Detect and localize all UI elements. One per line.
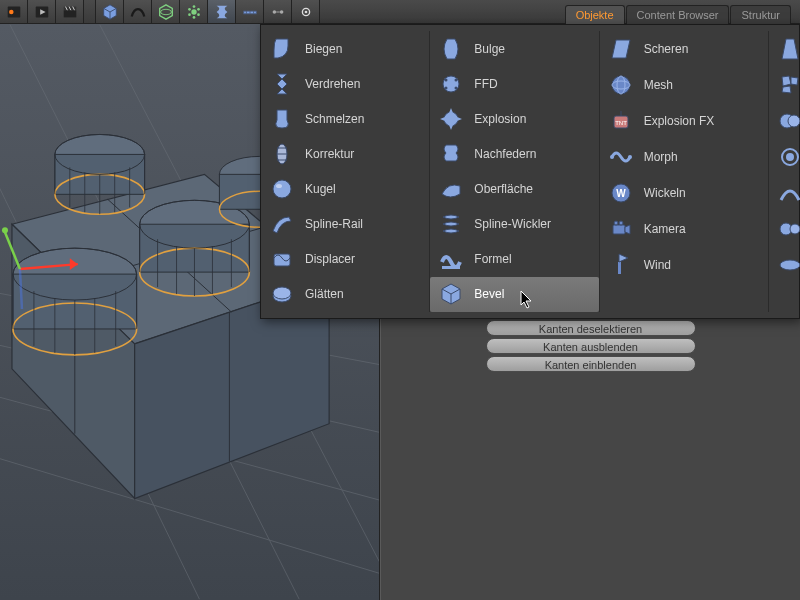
label: Verdrehen	[305, 77, 360, 91]
tab-objekte[interactable]: Objekte	[565, 5, 625, 24]
svg-point-97	[445, 86, 448, 89]
bulge-icon	[438, 36, 464, 62]
taper-icon	[777, 36, 800, 62]
svg-marker-102	[449, 125, 453, 130]
deformer-wickeln[interactable]: WWickeln	[600, 175, 768, 211]
svg-marker-101	[457, 117, 462, 121]
svg-marker-122	[619, 254, 628, 262]
deformer-extra-5[interactable]	[769, 175, 799, 211]
deformer-biegen[interactable]: Biegen	[261, 31, 429, 66]
deformer-extra-1[interactable]	[769, 31, 799, 67]
deformer-nachfedern[interactable]: Nachfedern	[430, 136, 598, 171]
deformer-glaetten[interactable]: Glätten	[261, 277, 429, 312]
jiggle-icon	[438, 141, 464, 167]
shear-icon	[608, 36, 634, 62]
collision-icon	[777, 216, 800, 242]
btn-kanten-deselektieren[interactable]: Kanten deselektieren	[486, 320, 696, 336]
icon-nurbs[interactable]	[152, 0, 180, 23]
icon-clapper[interactable]	[56, 0, 84, 23]
deformer-wind[interactable]: Wind	[600, 247, 768, 283]
smooth-icon	[269, 281, 295, 307]
deformer-extra-4[interactable]	[769, 139, 799, 175]
svg-point-25	[272, 10, 276, 14]
svg-point-19	[188, 7, 191, 10]
tab-content-browser[interactable]: Content Browser	[626, 5, 730, 24]
shrinkwrap-icon	[777, 144, 800, 170]
deformer-morph[interactable]: Morph	[600, 139, 768, 175]
label: Displacer	[305, 252, 355, 266]
icon-light[interactable]	[292, 0, 320, 23]
deformer-mesh[interactable]: Mesh	[600, 67, 768, 103]
deformer-extra-7[interactable]	[769, 247, 799, 283]
icon-array[interactable]	[180, 0, 208, 23]
svg-marker-124	[782, 76, 791, 86]
svg-point-13	[191, 9, 196, 14]
svg-point-98	[455, 86, 458, 89]
icon-floor[interactable]	[236, 0, 264, 23]
squash-icon	[777, 252, 800, 278]
deformer-extra-2[interactable]	[769, 67, 799, 103]
btn-kanten-einblenden[interactable]: Kanten einblenden	[486, 356, 696, 372]
svg-rect-121	[618, 262, 621, 274]
deformer-kamera[interactable]: Kamera	[600, 211, 768, 247]
deformer-oberflaeche[interactable]: Oberfläche	[430, 172, 598, 207]
svg-marker-126	[782, 86, 791, 93]
icon-play[interactable]	[28, 0, 56, 23]
deformer-verdrehen[interactable]: Verdrehen	[261, 66, 429, 101]
deformer-displacer[interactable]: Displacer	[261, 242, 429, 277]
explosion-icon	[438, 106, 464, 132]
deformer-formel[interactable]: Formel	[430, 242, 598, 277]
icon-spline[interactable]	[124, 0, 152, 23]
deformer-extra-6[interactable]	[769, 211, 799, 247]
svg-point-132	[790, 224, 800, 234]
label: Kugel	[305, 182, 336, 196]
deformer-explosion-fx[interactable]: TNTExplosion FX	[600, 103, 768, 139]
svg-point-17	[192, 16, 195, 19]
deformer-extra-3[interactable]	[769, 103, 799, 139]
deformer-scheren[interactable]: Scheren	[600, 31, 768, 67]
spherify-icon	[777, 108, 800, 134]
label: Mesh	[644, 78, 673, 92]
bevel-icon	[438, 281, 464, 307]
deformer-spline-rail[interactable]: Spline-Rail	[261, 207, 429, 242]
deformer-bevel[interactable]: Bevel	[430, 277, 598, 312]
label: Glätten	[305, 287, 344, 301]
spline-icon	[777, 180, 800, 206]
deformer-schmelzen[interactable]: Schmelzen	[261, 101, 429, 136]
icon-record[interactable]	[0, 0, 28, 23]
deformer-kugel[interactable]: Kugel	[261, 172, 429, 207]
svg-text:W: W	[616, 188, 626, 199]
svg-point-128	[788, 115, 800, 127]
ffd-icon	[438, 71, 464, 97]
deformer-ffd[interactable]: FFD	[430, 66, 598, 101]
svg-point-95	[445, 78, 448, 81]
deformer-bulge[interactable]: Bulge	[430, 31, 598, 66]
label: Oberfläche	[474, 182, 533, 196]
svg-marker-103	[440, 117, 445, 121]
icon-deformer[interactable]	[208, 0, 236, 23]
svg-text:TNT: TNT	[615, 120, 627, 126]
label: Scheren	[644, 42, 689, 56]
panel-tabs: Objekte Content Browser Struktur	[565, 0, 800, 24]
svg-point-29	[304, 10, 307, 13]
icon-cube[interactable]	[96, 0, 124, 23]
svg-point-99	[444, 112, 458, 126]
icon-joints[interactable]	[264, 0, 292, 23]
label: Kamera	[644, 222, 686, 236]
svg-point-89	[273, 180, 291, 198]
deformer-spline-wickler[interactable]: Spline-Wickler	[430, 207, 598, 242]
spline-wrap-icon	[438, 211, 464, 237]
tab-struktur[interactable]: Struktur	[730, 5, 791, 24]
svg-point-18	[188, 13, 191, 16]
deformer-korrektur[interactable]: Korrektur	[261, 136, 429, 171]
displacer-icon	[269, 246, 295, 272]
svg-marker-11	[159, 4, 172, 18]
btn-kanten-ausblenden[interactable]: Kanten ausblenden	[486, 338, 696, 354]
svg-point-12	[160, 9, 171, 14]
deformer-flyout: Biegen Verdrehen Schmelzen Korrektur Kug…	[260, 24, 800, 319]
deformer-col-3: Scheren Mesh TNTExplosion FX Morph WWick…	[600, 31, 768, 312]
svg-point-83	[2, 227, 8, 233]
top-toolbar: Objekte Content Browser Struktur	[0, 0, 800, 24]
deformer-explosion[interactable]: Explosion	[430, 101, 598, 136]
correction-icon	[269, 141, 295, 167]
